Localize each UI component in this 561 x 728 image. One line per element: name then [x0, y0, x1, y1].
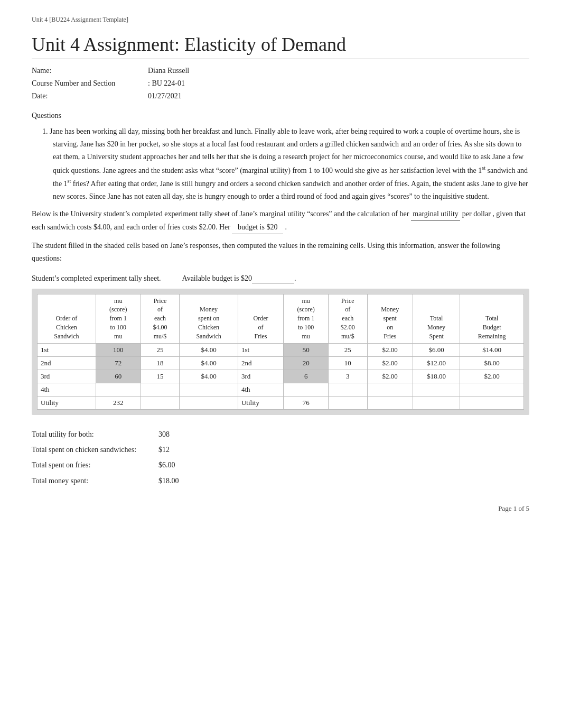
date-value: 01/27/2021 — [148, 90, 182, 103]
name-value: Diana Russell — [148, 64, 189, 77]
course-value: : BU 224-01 — [148, 77, 185, 90]
table-cell: $2.00 — [460, 370, 524, 383]
budget-box — [252, 274, 294, 283]
th-chicken-price: Priceofeach$4.00mu/$ — [141, 294, 179, 343]
summary-total-money: Total money spent: $18.00 — [32, 473, 529, 489]
th-fries-mu: mu(score)from 1to 100mu — [284, 294, 329, 343]
table-cell: 60 — [96, 370, 141, 383]
table-cell: 18 — [141, 356, 179, 370]
table-cell: 25 — [329, 343, 367, 356]
table-cell: $2.00 — [367, 356, 413, 370]
total-money-value: $18.00 — [158, 473, 179, 489]
th-fries-money: MoneyspentonFries — [367, 294, 413, 343]
breadcrumb: Unit 4 [BU224 Assignment Template] — [32, 16, 529, 24]
table-cell: $18.00 — [413, 370, 460, 383]
table-cell — [141, 396, 179, 409]
table-row: 2nd7218$4.002nd2010$2.00$12.00$8.00 — [38, 356, 524, 370]
table-cell — [413, 383, 460, 396]
table-row: 4th4th — [38, 383, 524, 396]
table-cell: $4.00 — [180, 370, 238, 383]
summary-block: Total utility for both: 308 Total spent … — [32, 427, 529, 489]
budget-available: Available budget is $20 . — [182, 274, 296, 283]
total-fries-value: $6.00 — [158, 457, 175, 473]
table-cell — [180, 396, 238, 409]
table-row: 1st10025$4.001st5025$2.00$6.00$14.00 — [38, 343, 524, 356]
table-cell: 10 — [329, 356, 367, 370]
table-cell — [367, 383, 413, 396]
meta-block: Name: Diana Russell Course Number and Se… — [32, 64, 529, 102]
question-body-3: fries? After eating that order, Jane is … — [53, 180, 528, 200]
th-fries-price: Priceofeach$2.00mu/$ — [329, 294, 367, 343]
th-chicken-money: Moneyspent onChickenSandwich — [180, 294, 238, 343]
question-number: 1. — [42, 127, 48, 135]
question-1: 1. Jane has been working all day, missin… — [32, 125, 529, 264]
table-cell: $12.00 — [413, 356, 460, 370]
date-label: Date: — [32, 90, 148, 103]
table-cell — [460, 383, 524, 396]
table-cell: 1st — [38, 343, 96, 356]
tally-intro: Below is the University student’s comple… — [32, 208, 529, 234]
total-chicken-label: Total spent on chicken sandwiches: — [32, 442, 158, 457]
table-cell: 232 — [96, 396, 141, 409]
th-chicken-order: Order ofChickenSandwich — [38, 294, 96, 343]
total-utility-label: Total utility for both: — [32, 427, 158, 442]
table-cell: 50 — [284, 343, 329, 356]
inline-box-budget: budget is $20 — [232, 221, 283, 234]
table-cell: 3rd — [238, 370, 283, 383]
superscript-st-1: st — [482, 165, 485, 171]
table-cell: Utility — [238, 396, 283, 409]
table-cell: 3 — [329, 370, 367, 383]
summary-total-utility: Total utility for both: 308 — [32, 427, 529, 442]
table-cell: $4.00 — [180, 356, 238, 370]
sheet-header: Student’s completed experiment tally she… — [32, 274, 529, 283]
question-text: 1. Jane has been working all day, missin… — [42, 125, 529, 202]
table-cell: 100 — [96, 343, 141, 356]
table-cell: 2nd — [238, 356, 283, 370]
table-cell: $8.00 — [460, 356, 524, 370]
summary-total-fries: Total spent on fries: $6.00 — [32, 457, 529, 473]
table-cell — [284, 383, 329, 396]
table-cell — [329, 383, 367, 396]
inline-box-mu: marginal utility — [411, 208, 460, 221]
table-cell: 4th — [38, 383, 96, 396]
table-cell: 72 — [96, 356, 141, 370]
table-cell: 2nd — [38, 356, 96, 370]
table-cell — [180, 383, 238, 396]
table-cell — [141, 383, 179, 396]
table-cell: 3rd — [38, 370, 96, 383]
th-total-money: TotalMoneySpent — [413, 294, 460, 343]
tally-table: Order ofChickenSandwich mu(score)from 1t… — [37, 294, 524, 410]
total-utility-value: 308 — [158, 427, 170, 442]
table-row: 3rd6015$4.003rd63$2.00$18.00$2.00 — [38, 370, 524, 383]
table-cell: $6.00 — [413, 343, 460, 356]
total-fries-label: Total spent on fries: — [32, 457, 158, 473]
table-cell: 15 — [141, 370, 179, 383]
tally-dot: . — [285, 223, 287, 231]
table-row: Utility232Utility76 — [38, 396, 524, 409]
th-fries-order: OrderofFries — [238, 294, 283, 343]
tally-per-dollar: per dollar — [462, 210, 493, 218]
total-chicken-value: $12 — [158, 442, 170, 457]
tally-intro-text1: Below is the University student’s comple… — [32, 210, 409, 218]
page-title: Unit 4 Assignment: Elasticity of Demand — [32, 33, 529, 59]
table-cell — [96, 383, 141, 396]
total-money-label: Total money spent: — [32, 473, 158, 489]
table-cell — [367, 396, 413, 409]
th-chicken-mu: mu(score)from 1to 100mu — [96, 294, 141, 343]
table-cell: 1st — [238, 343, 283, 356]
table-cell: $2.00 — [367, 370, 413, 383]
course-label: Course Number and Section — [32, 77, 148, 90]
shaded-note: The student filled in the shaded cells b… — [32, 239, 529, 265]
name-label: Name: — [32, 64, 148, 77]
table-cell: 25 — [141, 343, 179, 356]
table-cell: $4.00 — [180, 343, 238, 356]
table-cell — [460, 396, 524, 409]
table-cell — [413, 396, 460, 409]
section-label: Questions — [32, 112, 529, 120]
table-cell: 4th — [238, 383, 283, 396]
summary-total-chicken: Total spent on chicken sandwiches: $12 — [32, 442, 529, 457]
table-cell: 20 — [284, 356, 329, 370]
table-cell: $2.00 — [367, 343, 413, 356]
table-container: Order ofChickenSandwich mu(score)from 1t… — [32, 289, 529, 415]
table-cell — [329, 396, 367, 409]
